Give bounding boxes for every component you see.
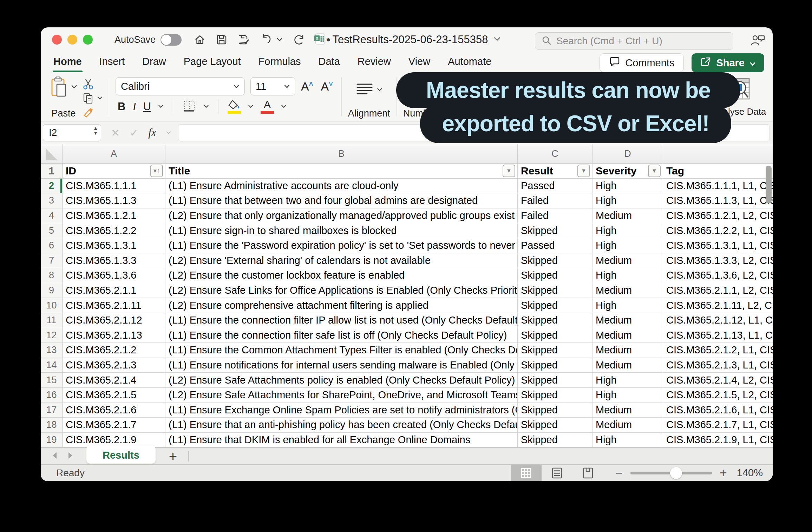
row-number[interactable]: 10 bbox=[41, 298, 63, 313]
add-sheet-button[interactable]: + bbox=[169, 449, 177, 463]
alignment-icon[interactable] bbox=[356, 82, 373, 98]
zoom-slider[interactable] bbox=[630, 472, 712, 474]
cell-tag[interactable]: CIS.M365.1.3.3, L2, CIS E3 bbox=[663, 253, 773, 268]
font-color-chevron-icon[interactable] bbox=[281, 104, 287, 110]
cell-id[interactable]: CIS.M365.2.1.3 bbox=[63, 358, 165, 373]
filter-sort-button[interactable]: ▾↑ bbox=[150, 165, 163, 177]
cell-tag[interactable]: CIS.M365.2.1.5, L2, CIS E5 bbox=[663, 388, 773, 403]
cell-result[interactable]: Skipped bbox=[518, 328, 592, 343]
vertical-scrollbar[interactable] bbox=[766, 166, 772, 204]
ribbon-tab[interactable]: Draw bbox=[142, 54, 167, 72]
cell-id[interactable]: CIS.M365.1.1.3 bbox=[63, 193, 165, 208]
cell-id[interactable]: CIS.M365.2.1.6 bbox=[63, 403, 165, 418]
alignment-chevron-icon[interactable] bbox=[377, 87, 382, 93]
row-number[interactable]: 8 bbox=[41, 268, 63, 283]
row-number[interactable]: 19 bbox=[41, 433, 63, 447]
copy-chevron-icon[interactable] bbox=[97, 95, 103, 101]
name-box[interactable]: I2 ▲▼ bbox=[43, 124, 101, 141]
zoom-in-button[interactable]: + bbox=[720, 467, 727, 479]
borders-chevron-icon[interactable] bbox=[203, 104, 209, 110]
cell-title[interactable]: (L1) Ensure notifications for internal u… bbox=[165, 358, 518, 373]
ribbon-tab[interactable]: Home bbox=[53, 54, 83, 72]
cell-severity[interactable]: High bbox=[592, 268, 663, 283]
cell-title[interactable]: (L1) Ensure the connection filter IP all… bbox=[165, 313, 518, 328]
ribbon-tab[interactable]: Insert bbox=[99, 54, 126, 72]
cell-severity[interactable]: Medium bbox=[592, 313, 663, 328]
filter-button[interactable]: ▼ bbox=[577, 165, 590, 177]
cell-title[interactable]: (L2) Ensure 'External sharing' of calend… bbox=[165, 253, 518, 268]
cell-severity[interactable]: High bbox=[592, 433, 663, 447]
cell-title[interactable]: (L1) Ensure the Common Attachment Types … bbox=[165, 343, 518, 358]
ribbon-tab[interactable]: View bbox=[408, 54, 431, 72]
cell-result[interactable]: Skipped bbox=[518, 283, 592, 298]
cell-severity[interactable]: High bbox=[592, 298, 663, 313]
cell-id[interactable]: CIS.M365.1.2.2 bbox=[63, 223, 165, 238]
cell-result[interactable]: Skipped bbox=[518, 298, 592, 313]
ribbon-tab[interactable]: Review bbox=[357, 54, 392, 72]
sheet-tab-results[interactable]: Results bbox=[86, 445, 156, 464]
select-all-corner[interactable] bbox=[41, 144, 63, 163]
cell-result[interactable]: Failed bbox=[518, 208, 592, 223]
cell-severity[interactable]: High bbox=[592, 193, 663, 208]
header-cell-id[interactable]: ID▾↑ bbox=[63, 164, 165, 178]
cell-title[interactable]: (L2) Ensure comprehensive attachment fil… bbox=[165, 298, 518, 313]
cell-id[interactable]: CIS.M365.2.1.5 bbox=[63, 388, 165, 403]
cell-id[interactable]: CIS.M365.1.3.1 bbox=[63, 238, 165, 253]
zoom-out-button[interactable]: − bbox=[615, 467, 623, 479]
cell-tag[interactable]: CIS.M365.2.1.6, L1, CIS E3 bbox=[663, 403, 773, 418]
paste-label[interactable]: Paste bbox=[51, 108, 76, 119]
cell-tag[interactable]: CIS.M365.2.1.13, L1, CIS E3 bbox=[663, 328, 773, 343]
cell-id[interactable]: CIS.M365.2.1.4 bbox=[63, 373, 165, 387]
filter-button[interactable]: ▼ bbox=[648, 165, 661, 177]
format-painter-button[interactable] bbox=[82, 106, 103, 119]
cell-severity[interactable]: High bbox=[592, 223, 663, 238]
cell-result[interactable]: Skipped bbox=[518, 343, 592, 358]
font-name-select[interactable]: Calibri bbox=[116, 77, 245, 95]
column-header-c[interactable]: C bbox=[518, 144, 592, 163]
undo-icon[interactable] bbox=[260, 34, 272, 46]
column-header-d[interactable]: D bbox=[592, 144, 663, 163]
cell-title[interactable]: (L1) Ensure that DKIM is enabled for all… bbox=[165, 433, 518, 447]
header-cell-tag[interactable]: Tag bbox=[663, 164, 773, 178]
cell-title[interactable]: (L2) Ensure Safe Links for Office Applic… bbox=[165, 283, 518, 298]
row-number[interactable]: 7 bbox=[41, 253, 63, 268]
row-number[interactable]: 17 bbox=[41, 403, 63, 418]
cell-tag[interactable]: CIS.M365.1.3.6, L2, CIS E5 bbox=[663, 268, 773, 283]
cell-result[interactable]: Skipped bbox=[518, 418, 592, 432]
save-as-icon[interactable] bbox=[238, 34, 250, 45]
cell-result[interactable]: Skipped bbox=[518, 373, 592, 387]
cell-severity[interactable]: High bbox=[592, 179, 663, 193]
header-cell-severity[interactable]: Severity▼ bbox=[592, 164, 663, 178]
cell-tag[interactable]: CIS.M365.1.3.1, L1, CIS E3 bbox=[663, 238, 773, 253]
cell-severity[interactable]: Medium bbox=[592, 283, 663, 298]
row-number[interactable]: 4 bbox=[41, 208, 63, 223]
cell-id[interactable]: CIS.M365.1.3.6 bbox=[63, 268, 165, 283]
italic-button[interactable]: I bbox=[132, 100, 136, 113]
page-layout-view-button[interactable] bbox=[542, 465, 572, 481]
cell-tag[interactable]: CIS.M365.2.1.11, L2, CIS E5 bbox=[663, 298, 773, 313]
cell-tag[interactable]: CIS.M365.1.2.1, L2, CIS E3 bbox=[663, 208, 773, 223]
zoom-slider-thumb[interactable] bbox=[670, 467, 682, 479]
font-color-button[interactable]: A bbox=[261, 99, 274, 114]
column-header-e[interactable] bbox=[663, 144, 773, 163]
cell-title[interactable]: (L1) Ensure sign-in to shared mailboxes … bbox=[165, 223, 518, 238]
cell-result[interactable]: Skipped bbox=[518, 403, 592, 418]
cell-id[interactable]: CIS.M365.2.1.7 bbox=[63, 418, 165, 432]
cell-result[interactable]: Skipped bbox=[518, 358, 592, 373]
share-people-icon[interactable] bbox=[749, 33, 766, 49]
cell-title[interactable]: (L2) Ensure the customer lockbox feature… bbox=[165, 268, 518, 283]
column-header-a[interactable]: A bbox=[63, 144, 165, 163]
row-number[interactable]: 11 bbox=[41, 313, 63, 328]
cell-id[interactable]: CIS.M365.2.1.2 bbox=[63, 343, 165, 358]
row-number[interactable]: 1 bbox=[41, 164, 63, 178]
cell-result[interactable]: Failed bbox=[518, 193, 592, 208]
home-icon[interactable] bbox=[194, 34, 205, 45]
cell-result[interactable]: Skipped bbox=[518, 223, 592, 238]
row-number[interactable]: 12 bbox=[41, 328, 63, 343]
redo-icon[interactable] bbox=[293, 34, 305, 46]
row-number[interactable]: 2 bbox=[41, 179, 63, 193]
cell-result[interactable]: Skipped bbox=[518, 253, 592, 268]
prev-sheet-arrow-icon[interactable] bbox=[51, 452, 58, 461]
cell-tag[interactable]: CIS.M365.1.1.1, L1, CIS E3 bbox=[663, 179, 773, 193]
cell-tag[interactable]: CIS.M365.1.1.3, L1, CIS E3 bbox=[663, 193, 773, 208]
